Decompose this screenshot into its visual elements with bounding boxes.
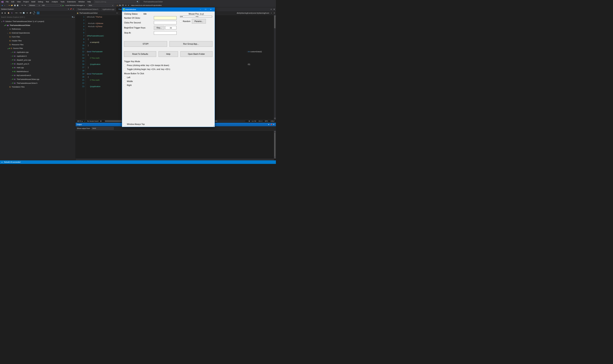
show-all-icon[interactable]: 🗐 xyxy=(29,12,32,14)
pin-icon[interactable]: 📌 xyxy=(70,8,72,10)
stop-button[interactable]: STOP! xyxy=(124,41,167,47)
back2-icon[interactable]: ◀ xyxy=(1,12,3,14)
config-combo[interactable]: Release xyxy=(28,4,40,7)
resource-files-node[interactable]: 🗀Resource Files xyxy=(0,43,75,47)
undo-icon[interactable]: ↶▾ xyxy=(21,4,23,7)
output-hscrollbar[interactable] xyxy=(76,159,274,160)
file-main-cpp[interactable]: 🗎main.cpp xyxy=(0,66,75,70)
file-application-h[interactable]: ▷🗎Application.h xyxy=(0,54,75,58)
tab-tfmc-h[interactable]: TheFastestMouseClicker.h xyxy=(76,7,100,11)
mouse-x-input[interactable] xyxy=(180,16,196,17)
platform-combo[interactable]: x64 xyxy=(41,4,62,7)
params-button[interactable]: Params... xyxy=(192,19,206,23)
num-clicks-input[interactable] xyxy=(154,16,177,20)
always-top-checkbox[interactable]: Window Always Top xyxy=(124,123,212,125)
open-batch-button[interactable]: Open Batch Folder xyxy=(180,51,213,57)
forward-icon[interactable]: ▶ xyxy=(4,4,6,7)
menu-analyze[interactable]: Analyze xyxy=(50,0,59,3)
toggle-radio[interactable]: Toggle (clicking begin: key <13>, end: k… xyxy=(124,68,212,70)
refresh-icon[interactable]: 🔄 xyxy=(23,12,25,14)
quick-search-input[interactable] xyxy=(95,1,137,3)
menu-window[interactable]: Window xyxy=(77,0,86,3)
image-icon[interactable]: 🖼▾ xyxy=(119,4,121,7)
left-radio[interactable]: Left xyxy=(124,76,212,78)
zoom-combo[interactable]: 100 % ▾ xyxy=(77,120,83,122)
collapse-icon[interactable]: ⊟ xyxy=(26,12,28,14)
upload-icon[interactable]: ⬆ xyxy=(128,4,130,7)
panel-dropdown-icon[interactable]: ▾ xyxy=(67,8,70,10)
references-node[interactable]: ▷▪▪References xyxy=(0,27,75,31)
source-files-node[interactable]: ◢🗀Source Files xyxy=(0,46,75,50)
reset-button[interactable]: Reset To Defaults xyxy=(124,51,156,57)
run-group-button[interactable]: Run Group App... xyxy=(169,41,213,47)
layers-icon[interactable]: ☰ xyxy=(125,4,127,7)
open-file-icon[interactable]: 📂 xyxy=(11,4,13,7)
output-vscrollbar[interactable]: ▲ ▼ xyxy=(274,131,276,159)
press-radio[interactable]: Press (clicking while: key <13> keeps hi… xyxy=(124,64,212,66)
resize-grip-icon[interactable]: ◢ xyxy=(213,125,214,127)
close-icon[interactable]: ✕ xyxy=(273,124,275,126)
editor-vscrollbar[interactable]: ▲ ▼ xyxy=(274,15,276,119)
translation-files-node[interactable]: 🗀Translation Files xyxy=(0,85,75,89)
menu-debug[interactable]: Debug xyxy=(37,0,44,3)
switch-views-icon[interactable]: ⧉ xyxy=(11,12,13,14)
output-source-combo[interactable]: Build xyxy=(92,127,114,130)
save-icon[interactable]: 💾 xyxy=(14,4,16,7)
random-checkbox[interactable]: Random xyxy=(180,20,190,22)
solution-search-input[interactable] xyxy=(1,16,71,18)
cps-input[interactable] xyxy=(154,21,177,24)
project-node[interactable]: ◢▣TheFastestMouseClicker xyxy=(0,23,75,27)
menu-view[interactable]: View xyxy=(16,0,22,3)
redo-icon[interactable]: ↷▾ xyxy=(24,4,26,7)
scroll-down-icon[interactable]: ▼ xyxy=(274,157,276,159)
wrench-icon[interactable]: 🔧▾ xyxy=(34,12,36,14)
close-icon[interactable]: ✕ xyxy=(72,8,75,10)
menu-build[interactable]: Build xyxy=(30,0,37,3)
stop-at-input[interactable] xyxy=(154,31,177,35)
minimize-icon[interactable]: ─ xyxy=(198,8,203,12)
panel-dropdown-icon[interactable]: ▾ xyxy=(268,124,270,126)
menu-extensions[interactable]: Extensions xyxy=(66,0,77,3)
solution-tree[interactable]: ◢⧉Solution 'TheFastestMouseClicker' (1 o… xyxy=(0,19,75,160)
preview-icon[interactable]: ▭ xyxy=(37,12,39,14)
pin-icon[interactable]: 📌 xyxy=(270,124,272,126)
file-dispatch-h[interactable]: ▷🗎dispatch_proc.h xyxy=(0,62,75,66)
new-project-icon[interactable]: ✶▾ xyxy=(8,4,11,7)
tab-application-cpp[interactable]: Application.cpp xyxy=(100,7,116,11)
start-debugger[interactable]: Local Windows Debugger ▾ xyxy=(64,4,86,6)
save-all-icon[interactable]: 💾 xyxy=(17,4,19,7)
solution-search[interactable]: 🔍▾ xyxy=(0,15,75,19)
back-icon[interactable]: ◀ xyxy=(1,4,3,7)
form-files-node[interactable]: 🗀Form Files xyxy=(0,35,75,39)
h-left-icon[interactable]: ◀ xyxy=(100,120,102,122)
file-dispatch-cpp[interactable]: ▷🗎dispatch_proc.cpp xyxy=(0,58,75,62)
file-tfmc-h[interactable]: ▷🗎TheFastestMouseClicker.h xyxy=(0,81,75,85)
menu-test[interactable]: Test xyxy=(44,0,50,3)
h-right-icon[interactable]: ▶ xyxy=(249,120,250,122)
menu-help[interactable]: Help xyxy=(86,0,92,3)
menu-edit[interactable]: Edit xyxy=(10,0,15,3)
split-editor-icon[interactable]: ◫ xyxy=(273,11,276,15)
scroll-up-icon[interactable]: ▲ xyxy=(274,131,276,133)
solution-node[interactable]: ◢⧉Solution 'TheFastestMouseClicker' (1 o… xyxy=(0,19,75,23)
folder1-icon[interactable]: 🗀 xyxy=(116,4,119,7)
key-code-input[interactable] xyxy=(165,26,177,29)
quick-search[interactable]: 🔍 xyxy=(94,0,140,3)
settings-icon[interactable]: ⚙ xyxy=(273,8,275,10)
menu-tools[interactable]: Tools xyxy=(59,0,66,3)
sync-icon[interactable]: ⟲▾ xyxy=(19,12,22,14)
tab-overflow-icon[interactable]: ▾ xyxy=(270,8,272,10)
mouse-y-input[interactable] xyxy=(196,16,212,17)
pending-changes-icon[interactable]: ✦▾ xyxy=(15,12,18,14)
file-mainwindow-ui[interactable]: 🗎MainWindow.ui xyxy=(0,70,75,74)
middle-radio[interactable]: Middle xyxy=(124,80,212,82)
file-application-cpp[interactable]: ▷🗎Application.cpp xyxy=(0,50,75,54)
db-icon[interactable]: 🗄 xyxy=(122,4,124,7)
close-icon[interactable]: ✕ xyxy=(208,8,213,12)
file-mycustomevent-h[interactable]: ▷🗎MyCustomEvent.h xyxy=(0,74,75,77)
menu-project[interactable]: Project xyxy=(22,0,30,3)
home-icon[interactable]: 🏠 xyxy=(7,12,10,14)
maximize-icon[interactable]: ☐ xyxy=(203,8,208,12)
file-tfmc-cpp[interactable]: ▷🗎TheFastestMouseClicker.cpp xyxy=(0,77,75,81)
nav-scope-combo[interactable]: ▣TheFastestMouseClicker xyxy=(76,12,119,14)
